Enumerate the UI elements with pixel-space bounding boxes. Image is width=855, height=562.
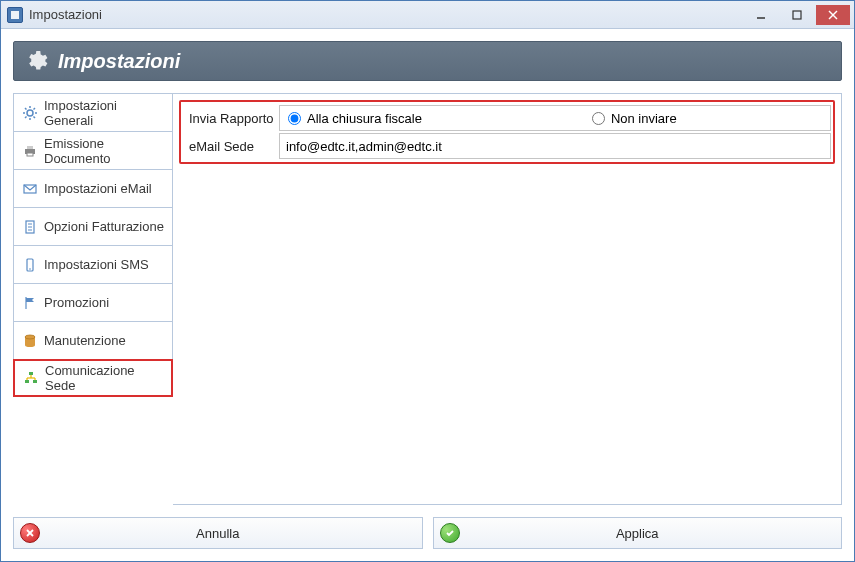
sidebar-item-promozioni[interactable]: Promozioni: [13, 283, 173, 321]
body: Impostazioni Generali Emissione Document…: [1, 81, 854, 517]
radio-input[interactable]: [288, 112, 301, 125]
svg-point-23: [29, 268, 31, 270]
sidebar-item-impostazioni-sms[interactable]: Impostazioni SMS: [13, 245, 173, 283]
svg-rect-15: [27, 146, 33, 149]
minimize-button[interactable]: [744, 5, 778, 25]
doc-icon: [22, 219, 38, 235]
sidebar-item-label: Impostazioni Generali: [44, 98, 164, 128]
apply-button[interactable]: Applica: [433, 517, 843, 549]
db-icon: [22, 333, 38, 349]
maximize-button[interactable]: [780, 5, 814, 25]
input-email-sede[interactable]: [279, 133, 831, 159]
svg-rect-29: [33, 380, 37, 383]
header-bar: Impostazioni: [13, 41, 842, 81]
flag-icon: [22, 295, 38, 311]
sidebar-item-label: Emissione Documento: [44, 136, 164, 166]
cancel-icon: [20, 523, 40, 543]
highlighted-form-area: Invia Rapporto Alla chiusura fiscale Non…: [179, 100, 835, 164]
app-icon: [7, 7, 23, 23]
sidebar-item-impostazioni-email[interactable]: Impostazioni eMail: [13, 169, 173, 207]
footer: Annulla Applica: [1, 517, 854, 561]
close-button[interactable]: [816, 5, 850, 25]
radio-label: Alla chiusura fiscale: [307, 111, 422, 126]
row-email-sede: eMail Sede: [183, 132, 831, 160]
sidebar-item-emissione-documento[interactable]: Emissione Documento: [13, 131, 173, 169]
gear-icon: [22, 105, 38, 121]
label-invia-rapporto: Invia Rapporto: [183, 111, 279, 126]
titlebar: Impostazioni: [1, 1, 854, 29]
svg-rect-28: [25, 380, 29, 383]
window-controls: [744, 5, 850, 25]
button-label: Annulla: [196, 526, 239, 541]
sidebar: Impostazioni Generali Emissione Document…: [13, 93, 173, 505]
content-panel: Invia Rapporto Alla chiusura fiscale Non…: [173, 93, 842, 505]
gear-icon: [24, 49, 48, 73]
svg-rect-27: [29, 372, 33, 375]
sidebar-item-label: Impostazioni SMS: [44, 257, 149, 272]
radio-input[interactable]: [592, 112, 605, 125]
settings-window: Impostazioni Impostazioni Impostazioni G…: [0, 0, 855, 562]
radio-alla-chiusura-fiscale[interactable]: Alla chiusura fiscale: [288, 111, 422, 126]
apply-icon: [440, 523, 460, 543]
phone-icon: [22, 257, 38, 273]
svg-line-11: [34, 116, 36, 118]
svg-rect-16: [27, 153, 33, 156]
label-email-sede: eMail Sede: [183, 139, 279, 154]
mail-icon: [22, 181, 38, 197]
window-title: Impostazioni: [29, 7, 744, 22]
sidebar-item-label: Impostazioni eMail: [44, 181, 152, 196]
sidebar-item-label: Manutenzione: [44, 333, 126, 348]
radio-non-inviare[interactable]: Non inviare: [592, 111, 677, 126]
sidebar-item-label: Promozioni: [44, 295, 109, 310]
sidebar-item-label: Comunicazione Sede: [45, 363, 163, 393]
sidebar-item-impostazioni-generali[interactable]: Impostazioni Generali: [13, 93, 173, 131]
radio-group-invia-rapporto: Alla chiusura fiscale Non inviare: [279, 105, 831, 131]
sidebar-item-manutenzione[interactable]: Manutenzione: [13, 321, 173, 359]
page-title: Impostazioni: [58, 50, 180, 73]
sidebar-item-label: Opzioni Fatturazione: [44, 219, 164, 234]
button-label: Applica: [616, 526, 659, 541]
printer-icon: [22, 143, 38, 159]
svg-line-13: [34, 108, 36, 110]
svg-point-5: [27, 110, 33, 116]
radio-label: Non inviare: [611, 111, 677, 126]
sidebar-item-opzioni-fatturazione[interactable]: Opzioni Fatturazione: [13, 207, 173, 245]
sidebar-item-comunicazione-sede[interactable]: Comunicazione Sede: [13, 359, 173, 397]
cancel-button[interactable]: Annulla: [13, 517, 423, 549]
svg-rect-0: [11, 11, 19, 19]
svg-line-12: [25, 116, 27, 118]
svg-rect-2: [793, 11, 801, 19]
org-icon: [23, 370, 39, 386]
row-invia-rapporto: Invia Rapporto Alla chiusura fiscale Non…: [183, 104, 831, 132]
svg-line-10: [25, 108, 27, 110]
